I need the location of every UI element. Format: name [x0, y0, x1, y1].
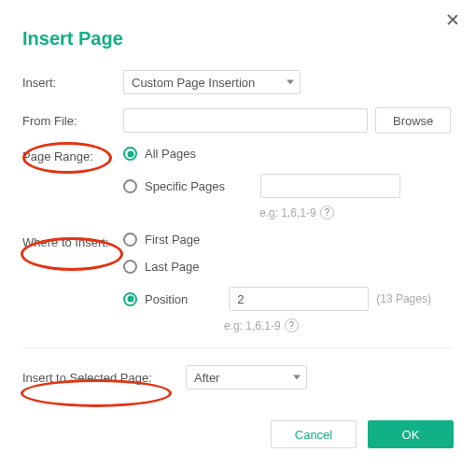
insert-row: Insert: Custom Page Insertion	[22, 70, 454, 94]
insert-to-selected-label: Insert to Selected Page:	[22, 371, 186, 385]
first-page-label: First Page	[145, 233, 200, 247]
dialog-footer: Cancel OK	[271, 420, 454, 448]
last-page-label: Last Page	[145, 260, 200, 274]
radio-last-page-row: Last Page	[123, 260, 454, 274]
page-range-row: Page Range: All Pages Specific Pages e.g…	[22, 147, 454, 219]
position-hint-text: e.g: 1,6,1-9	[224, 319, 281, 333]
insert-to-selected-row: Insert to Selected Page: After	[22, 365, 454, 389]
where-to-insert-row: Where to Insert: First Page Last Page Po…	[22, 233, 454, 333]
insert-type-select[interactable]: Custom Page Insertion	[123, 70, 301, 94]
position-label: Position	[145, 292, 188, 306]
where-to-insert-label: Where to Insert:	[22, 233, 123, 249]
insert-type-value: Custom Page Insertion	[132, 76, 255, 90]
radio-first-page-row: First Page	[123, 233, 454, 247]
close-icon[interactable]	[446, 13, 459, 26]
dialog-title: Insert Page	[22, 28, 454, 50]
from-file-row: From File: Browse	[22, 107, 454, 134]
specific-pages-label: Specific Pages	[145, 179, 225, 193]
cancel-button[interactable]: Cancel	[271, 420, 357, 448]
all-pages-label: All Pages	[145, 147, 196, 161]
insert-to-selected-select[interactable]: After	[186, 365, 307, 389]
page-range-hint: e.g: 1,6,1-9 ?	[259, 205, 334, 219]
first-page-radio[interactable]	[123, 233, 137, 247]
browse-button[interactable]: Browse	[375, 107, 451, 134]
insert-label: Insert:	[22, 76, 123, 90]
divider	[22, 347, 454, 348]
page-range-label: Page Range:	[22, 147, 123, 163]
position-input[interactable]	[229, 287, 369, 311]
position-hint: e.g: 1,6,1-9 ?	[224, 318, 299, 333]
chevron-down-icon	[293, 375, 301, 380]
from-file-label: From File:	[22, 114, 123, 128]
radio-all-pages-row: All Pages	[123, 147, 454, 161]
chevron-down-icon	[287, 80, 294, 85]
radio-position-row: Position (13 Pages)	[123, 287, 454, 311]
specific-pages-radio[interactable]	[123, 179, 137, 193]
page-count-label: (13 Pages)	[376, 292, 431, 305]
insert-to-selected-value: After	[194, 371, 219, 385]
help-icon[interactable]: ?	[320, 205, 334, 219]
all-pages-radio[interactable]	[123, 147, 137, 161]
help-icon[interactable]: ?	[285, 318, 299, 333]
page-range-hint-text: e.g: 1,6,1-9	[259, 206, 316, 219]
specific-pages-input[interactable]	[260, 174, 400, 198]
ok-button[interactable]: OK	[368, 420, 454, 448]
radio-specific-pages-row: Specific Pages	[123, 174, 454, 198]
last-page-radio[interactable]	[123, 260, 137, 274]
position-radio[interactable]	[123, 292, 137, 306]
from-file-input[interactable]	[123, 108, 368, 133]
